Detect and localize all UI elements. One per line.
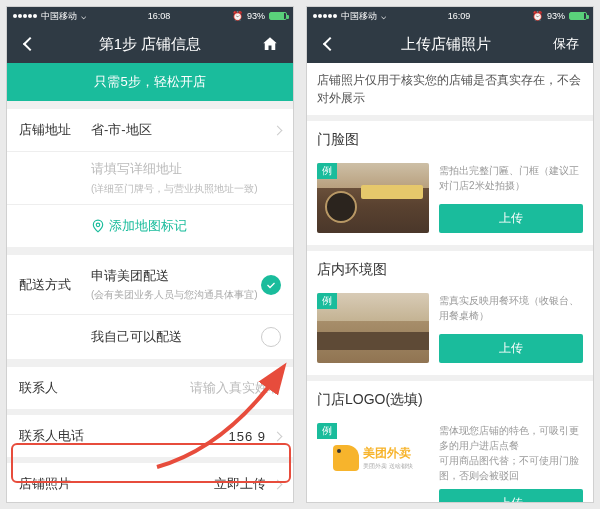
delivery-opt1-cell[interactable]: 配送方式 申请美团配送 (会有美团业务人员与您沟通具体事宜) [7,255,293,315]
back-button[interactable] [317,39,343,49]
example-tag: 例 [317,423,337,439]
section2-side: 需真实反映用餐环境（收银台、用餐桌椅） 上传 [439,293,583,363]
section3-desc: 需体现您店铺的特色，可吸引更多的用户进店点餐 可用商品图代替；不可使用门脸图，否… [439,423,583,483]
status-bar: 中国移动 ⌵ 16:08 ⏰ 93% [7,7,293,25]
unchecked-icon [261,327,281,347]
logo-brand: 美团外卖 [363,445,413,462]
top-banner: 只需5步，轻松开店 [7,63,293,101]
carrier: 中国移动 [341,10,377,23]
kangaroo-icon [333,445,359,471]
nav-title: 第1步 店铺信息 [43,35,257,54]
photo-cell[interactable]: 店铺照片 立即上传 [7,463,293,503]
chevron-right-icon [273,431,283,441]
delivery-opt2-cell[interactable]: 我自己可以配送 [7,315,293,359]
chevron-right-icon [273,125,283,135]
svg-point-0 [96,223,100,227]
address-group: 店铺地址 省-市-地区 请填写详细地址 (详细至门牌号，与营业执照地址一致) 添… [7,109,293,247]
wifi-icon: ⌵ [81,11,86,21]
battery-icon [569,12,587,20]
status-time: 16:09 [448,11,471,21]
example-tag: 例 [317,163,337,179]
example-tag: 例 [317,293,337,309]
section1-thumb[interactable]: 例 [317,163,429,233]
home-button[interactable] [257,35,283,53]
battery-pct: 93% [547,11,565,21]
contact-phone-label: 联系人电话 [19,427,99,445]
section3-title: 门店LOGO(选填) [307,381,593,415]
section2-desc: 需真实反映用餐环境（收银台、用餐桌椅） [439,293,583,328]
save-button[interactable]: 保存 [549,35,583,53]
photo-label: 店铺照片 [19,475,91,493]
phone-right: 中国移动 ⌵ 16:09 ⏰ 93% 上传店铺照片 保存 店铺照片仅用于核实您的… [306,6,594,503]
delivery-group: 配送方式 申请美团配送 (会有美团业务人员与您沟通具体事宜) 我自己可以配送 [7,255,293,359]
phone-left: 中国移动 ⌵ 16:08 ⏰ 93% 第1步 店铺信息 只需5步，轻松开店 店铺… [6,6,294,503]
section3-thumb[interactable]: 美团外卖 美团外卖 送啥都快 例 [317,423,429,493]
chevron-left-icon [323,37,337,51]
battery-icon [269,12,287,20]
alarm-icon: ⏰ [232,11,243,21]
section2-thumb[interactable]: 例 [317,293,429,363]
photo-group: 店铺照片 立即上传 [7,463,293,503]
chevron-right-icon [273,479,283,489]
section1-title: 门脸图 [307,121,593,155]
status-time: 16:08 [148,11,171,21]
address-detail-hint: (详细至门牌号，与营业执照地址一致) [91,182,281,196]
contact-phone-value: 156 9 [99,429,266,444]
section3-row: 美团外卖 美团外卖 送啥都快 例 需体现您店铺的特色，可吸引更多的用户进店点餐 … [307,415,593,503]
address-detail-placeholder: 请填写详细地址 [91,160,281,178]
contact-group: 联系人 请输入真实姓名 [7,367,293,409]
section1-row: 例 需拍出完整门匾、门框（建议正对门店2米处拍摄） 上传 [307,155,593,245]
carrier: 中国移动 [41,10,77,23]
region-value: 省-市-地区 [91,121,266,139]
photo-action: 立即上传 [91,475,266,493]
upload-button[interactable]: 上传 [439,489,583,503]
section1-side: 需拍出完整门匾、门框（建议正对门店2米处拍摄） 上传 [439,163,583,233]
delivery-opt2: 我自己可以配送 [91,328,261,346]
delivery-opt1: 申请美团配送 [91,267,261,285]
delivery-opt1-wrap: 申请美团配送 (会有美团业务人员与您沟通具体事宜) [91,267,261,302]
contact-name-placeholder: 请输入真实姓名 [91,379,281,397]
upload-button[interactable]: 上传 [439,204,583,233]
address-detail-cell[interactable]: 请填写详细地址 (详细至门牌号，与营业执照地址一致) [7,152,293,205]
address-label: 店铺地址 [19,121,91,139]
contact-phone-group: 联系人电话 156 9 [7,415,293,457]
nav-bar: 第1步 店铺信息 [7,25,293,63]
delivery-label: 配送方式 [19,276,91,294]
section1-desc: 需拍出完整门匾、门框（建议正对门店2米处拍摄） [439,163,583,198]
chevron-left-icon [23,37,37,51]
nav-bar: 上传店铺照片 保存 [307,25,593,63]
map-pin-icon [91,219,105,233]
map-tag-cell[interactable]: 添加地图标记 [7,205,293,247]
contact-name-cell[interactable]: 联系人 请输入真实姓名 [7,367,293,409]
nav-title: 上传店铺照片 [343,35,549,54]
logo-slogan: 美团外卖 送啥都快 [363,462,413,471]
map-tag-label: 添加地图标记 [109,217,187,235]
alarm-icon: ⏰ [532,11,543,21]
section2-title: 店内环境图 [307,251,593,285]
back-button[interactable] [17,39,43,49]
contact-phone-cell[interactable]: 联系人电话 156 9 [7,415,293,457]
wifi-icon: ⌵ [381,11,386,21]
status-bar: 中国移动 ⌵ 16:09 ⏰ 93% [307,7,593,25]
battery-pct: 93% [247,11,265,21]
section3-side: 需体现您店铺的特色，可吸引更多的用户进店点餐 可用商品图代替；不可使用门脸图，否… [439,423,583,503]
region-cell[interactable]: 店铺地址 省-市-地区 [7,109,293,152]
notice-text: 店铺照片仅用于核实您的店铺是否真实存在，不会对外展示 [307,63,593,115]
checked-icon [261,275,281,295]
section2-row: 例 需真实反映用餐环境（收银台、用餐桌椅） 上传 [307,285,593,375]
upload-button[interactable]: 上传 [439,334,583,363]
delivery-opt1-hint: (会有美团业务人员与您沟通具体事宜) [91,288,261,302]
contact-name-label: 联系人 [19,379,91,397]
